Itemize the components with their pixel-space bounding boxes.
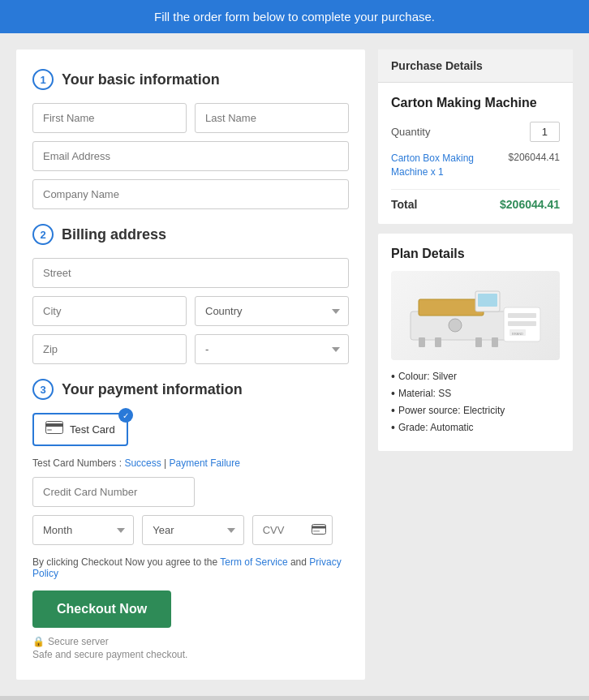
svg-rect-0 (46, 422, 63, 434)
card-selected-badge: ✓ (118, 408, 133, 423)
top-banner: Fill the order form below to complete yo… (0, 0, 589, 33)
street-row (32, 258, 349, 288)
lock-icon: 🔒 (32, 636, 45, 647)
plan-feature: •Power source: Electricity (391, 404, 560, 417)
svg-rect-12 (475, 337, 482, 347)
svg-rect-13 (492, 337, 498, 347)
svg-text:BRAND: BRAND (512, 332, 523, 336)
last-name-input[interactable] (195, 103, 349, 133)
line-item-price: $206044.41 (509, 152, 560, 163)
right-panel: Purchase Details Carton Making Machine Q… (378, 49, 573, 680)
features-list: •Colour: Silver•Material: SS•Power sourc… (391, 370, 560, 434)
bullet-icon: • (391, 370, 395, 383)
bullet-icon: • (391, 387, 395, 400)
cc-number-input[interactable] (32, 477, 195, 507)
svg-rect-1 (45, 423, 63, 427)
svg-rect-4 (312, 526, 326, 528)
svg-rect-9 (478, 294, 497, 307)
country-select[interactable]: Country (195, 296, 349, 326)
total-price: $206044.41 (500, 198, 560, 211)
first-name-input[interactable] (32, 103, 187, 133)
left-panel: 1 Your basic information 2 Billing addre… (16, 49, 365, 680)
plan-feature: •Material: SS (391, 387, 560, 400)
svg-rect-5 (313, 530, 320, 532)
main-content: 1 Your basic information 2 Billing addre… (0, 33, 589, 696)
purchase-details-card: Purchase Details Carton Making Machine Q… (378, 49, 573, 224)
line-item: Carton Box Making Machine x 1 $206044.41 (391, 152, 560, 190)
svg-rect-7 (419, 299, 484, 316)
quantity-row: Quantity 1 (391, 122, 560, 142)
city-input[interactable] (32, 296, 187, 326)
svg-rect-10 (419, 337, 425, 347)
month-select[interactable]: Month 01 02 12 (32, 515, 134, 545)
step2-circle: 2 (32, 224, 54, 245)
checkout-button[interactable]: Checkout Now (32, 590, 171, 628)
name-row (32, 103, 349, 133)
svg-rect-17 (508, 321, 536, 326)
svg-rect-16 (508, 313, 536, 318)
product-name: Carton Making Machine (391, 96, 560, 110)
section3-header: 3 Your payment information (32, 379, 349, 400)
card-label-text: Test Card (70, 423, 115, 436)
zip-state-row: - (32, 334, 349, 364)
banner-text: Fill the order form below to complete yo… (154, 10, 435, 24)
plan-details-title: Plan Details (391, 247, 560, 261)
bullet-icon: • (391, 404, 395, 417)
plan-details-section: Plan Details (378, 234, 573, 451)
total-label: Total (391, 198, 417, 211)
card-option-wrapper[interactable]: Test Card ✓ (32, 413, 128, 446)
plan-feature: •Colour: Silver (391, 370, 560, 383)
year-select[interactable]: Year 2024 2025 (142, 515, 243, 545)
card-back-icon (312, 523, 326, 538)
street-input[interactable] (32, 258, 349, 288)
section1-header: 1 Your basic information (32, 69, 349, 90)
machine-image: BRAND (391, 271, 560, 360)
email-row (32, 141, 349, 171)
quantity-label: Quantity (391, 126, 430, 138)
secure-info: 🔒 Secure server (32, 636, 349, 647)
email-input[interactable] (32, 141, 349, 171)
section2-title: Billing address (62, 226, 166, 243)
svg-rect-3 (312, 524, 325, 534)
svg-rect-11 (435, 337, 441, 347)
success-link[interactable]: Success (124, 457, 161, 469)
state-select[interactable]: - (195, 334, 349, 364)
svg-point-14 (449, 319, 462, 332)
plan-feature: •Grade: Automatic (391, 421, 560, 434)
section3-title: Your payment information (62, 381, 243, 398)
cc-number-row (32, 477, 349, 507)
cvv-wrapper (252, 515, 333, 545)
city-country-row: Country (32, 296, 349, 326)
terms-link[interactable]: Term of Service (220, 556, 287, 568)
quantity-value: 1 (530, 122, 560, 142)
step3-circle: 3 (32, 379, 54, 400)
zip-input[interactable] (32, 334, 187, 364)
line-item-name: Carton Box Making Machine x 1 (391, 152, 497, 179)
svg-rect-2 (47, 429, 52, 431)
step1-circle: 1 (32, 69, 54, 90)
purchase-details-body: Carton Making Machine Quantity 1 Carton … (378, 83, 573, 224)
company-row (32, 179, 349, 209)
failure-link[interactable]: Payment Failure (170, 457, 240, 469)
company-input[interactable] (32, 179, 349, 209)
safe-text: Safe and secure payment checkout. (32, 649, 349, 660)
section1-title: Your basic information (62, 71, 220, 88)
total-row: Total $206044.41 (391, 198, 560, 211)
bullet-icon: • (391, 421, 395, 434)
section2-header: 2 Billing address (32, 224, 349, 245)
purchase-details-header: Purchase Details (378, 49, 573, 83)
agree-text: By clicking Checkout Now you agree to th… (32, 556, 349, 579)
secure-server-text: Secure server (48, 636, 109, 647)
test-card-info: Test Card Numbers : Success | Payment Fa… (32, 457, 349, 469)
credit-card-icon (45, 421, 63, 438)
expiry-cvv-row: Month 01 02 12 Year 2024 2025 (32, 515, 333, 545)
